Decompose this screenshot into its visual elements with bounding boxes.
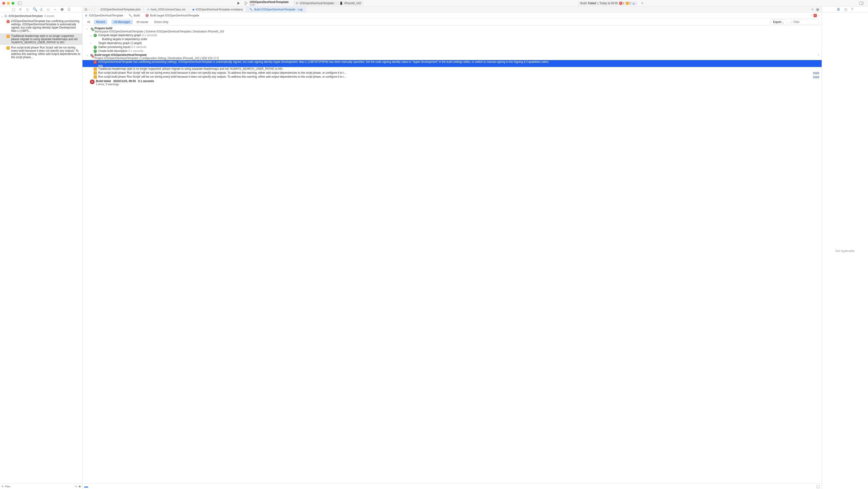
filter-all-issues[interactable]: All Issues: [134, 20, 151, 24]
tab-xm[interactable]: m hook_iOSCommonClass.xm: [144, 6, 189, 12]
close-window-button[interactable]: [2, 2, 5, 5]
create-desc-row[interactable]: Create build description0.1 seconds: [83, 49, 822, 53]
add-editor-button[interactable]: ＋: [641, 1, 644, 6]
issue-text: iOSOpenDevHookTemplate has conflicting p…: [11, 20, 81, 32]
log-filter-field[interactable]: ⌕: [789, 20, 819, 24]
library-button[interactable]: [859, 2, 863, 5]
help-inspector-icon[interactable]: ?: [851, 7, 853, 11]
chevron-down-icon[interactable]: ⌄: [86, 27, 89, 30]
activity-status[interactable]: Build Failed | Today at 09:55 ✕1 !2 ☁︎: [578, 1, 637, 5]
issue-item-warning-selected[interactable]: ! Traditional headermap style is no long…: [0, 33, 82, 45]
more-link[interactable]: more: [813, 71, 819, 74]
branch-icon: [244, 1, 247, 5]
crumb-build[interactable]: Build: [133, 14, 140, 17]
debug-navigator-icon[interactable]: ⌁: [54, 7, 57, 11]
issue-text: Run script build phase 'Run Script' will…: [11, 46, 81, 59]
debug-area-toggle-icon[interactable]: ▢: [816, 484, 820, 489]
log-error-selected[interactable]: ✕ iOSOpenDevHookTemplate has conflicting…: [83, 60, 822, 67]
prev-issue-button[interactable]: ‹: [811, 14, 813, 17]
issue-navigator-icon[interactable]: ⚠︎: [40, 7, 43, 11]
log-error-text: iOSOpenDevHookTemplate has conflicting p…: [98, 60, 549, 63]
target-icon: 🎯: [145, 14, 149, 17]
error-badge[interactable]: ✕1: [619, 2, 624, 5]
scope-filter-icon[interactable]: ▣: [79, 485, 81, 488]
issue-tree[interactable]: ⌄ 🏛 iOSOpenDevHookTemplate 3 issues ✕ iO…: [0, 12, 82, 483]
build-target-header[interactable]: ⌄ Build target iOSOpenDevHookTemplate Pr…: [83, 53, 822, 60]
issue-stepper-error-icon[interactable]: ✕: [813, 14, 817, 17]
filter-recent[interactable]: Recent: [94, 20, 107, 24]
run-button[interactable]: [237, 2, 240, 5]
find-navigator-icon[interactable]: 🔍: [33, 7, 36, 11]
file-inspector-icon[interactable]: 🗎: [837, 7, 840, 11]
scheme-selector[interactable]: iOSOpenDevHookTemplate main: [243, 0, 289, 6]
chevron-down-icon[interactable]: ⌄: [90, 34, 92, 37]
export-button[interactable]: Export…: [770, 20, 786, 25]
issue-item-warning[interactable]: ! Run script build phase 'Run Script' wi…: [0, 45, 82, 60]
history-inspector-icon[interactable]: ◷: [844, 7, 847, 11]
bookmark-navigator-icon[interactable]: ◇: [26, 7, 29, 11]
warning-icon: !: [94, 67, 97, 71]
tab-build-log[interactable]: 🔨 Build iOSOpenDevHookTemplate - Log: [246, 6, 306, 12]
editor-options-icon[interactable]: ▣: [816, 7, 819, 11]
filter-all-messages[interactable]: All Messages: [112, 20, 132, 24]
project-issues-header[interactable]: ⌄ 🏛 iOSOpenDevHookTemplate 3 issues: [0, 13, 82, 19]
target-graph-row[interactable]: › Target dependency graph (1 target): [83, 41, 822, 45]
breakpoint-navigator-icon[interactable]: ⬣: [60, 7, 64, 11]
titlebar: iOSOpenDevHookTemplate main ⛭ iOSOpenDev…: [0, 0, 868, 6]
chevron-down-icon[interactable]: ⌄: [1, 14, 3, 18]
run-destination[interactable]: ⛭ iOSOpenDevHookTemplate 〉 📱 iPhone8_143: [293, 1, 363, 6]
minimize-window-button[interactable]: [7, 2, 10, 5]
log-warning-2[interactable]: ! Run script build phase 'Run Script' wi…: [83, 71, 822, 75]
log-text: Target dependency graph (1 target): [98, 41, 819, 45]
less-link[interactable]: less: [98, 64, 819, 67]
more-link[interactable]: more: [813, 75, 819, 78]
target-err-icon: [90, 54, 93, 57]
jump-bar[interactable]: 🏛 iOSOpenDevHookTemplate 〉 🔨 Build 〉 🎯 B…: [83, 12, 822, 19]
project-name: iOSOpenDevHookTemplate: [8, 14, 43, 18]
sidebar-toggle-icon[interactable]: [18, 2, 22, 5]
chevron-right-icon[interactable]: ›: [90, 41, 92, 45]
gather-row[interactable]: Gather provisioning inputs0.1 seconds: [83, 45, 822, 49]
building-targets-row[interactable]: Building targets in dependency order: [83, 37, 822, 41]
warning-icon: !: [94, 71, 97, 74]
recent-filter-icon[interactable]: ◷: [75, 485, 77, 488]
related-items-icon[interactable]: ⊞: [84, 7, 87, 11]
warning-badge[interactable]: !2: [626, 2, 631, 5]
debug-filter-icon[interactable]: ▬: [84, 484, 88, 489]
status-separator: |: [597, 2, 598, 5]
zoom-window-button[interactable]: [11, 2, 14, 5]
editor-mode-list-icon[interactable]: ≡: [811, 7, 813, 11]
test-navigator-icon[interactable]: ◇: [46, 7, 50, 11]
forward-button[interactable]: ›: [91, 8, 93, 11]
cloud-status-icon[interactable]: ☁︎: [632, 2, 635, 5]
project-navigator-icon[interactable]: ▢: [12, 7, 15, 11]
report-navigator-icon[interactable]: ☰: [67, 7, 71, 11]
project-icon: 🏛: [85, 14, 88, 17]
prepare-build-header[interactable]: ⌄ Prepare build Workspace iOSOpenDevHook…: [83, 26, 822, 33]
tab-xcodeproj[interactable]: ◆ iOSOpenDevHookTemplate.xcodeproj: [189, 6, 246, 12]
crumb-target[interactable]: Build target iOSOpenDevHookTemplate: [150, 14, 199, 17]
svg-point-2: [245, 1, 246, 2]
log-warning-1[interactable]: ! Traditional headermap style is no long…: [83, 67, 822, 71]
log-filter-input[interactable]: [794, 21, 818, 24]
crumb-project[interactable]: iOSOpenDevHookTemplate: [89, 14, 123, 17]
source-control-navigator-icon[interactable]: ✕: [19, 7, 22, 11]
compute-dep-row[interactable]: ⌄ Compute target dependency graph0.1 sec…: [83, 33, 822, 37]
chevron-down-icon[interactable]: ⌄: [86, 53, 89, 57]
hammer-icon: 🔨: [129, 14, 132, 17]
build-failed-summary[interactable]: ✕ Build failed 2024/11/23, 09:55 0.1 sec…: [83, 79, 822, 86]
filter-scope-icon[interactable]: ⊜: [1, 485, 3, 488]
success-icon: [94, 50, 97, 53]
gear-ok-icon: [90, 27, 93, 30]
next-issue-button[interactable]: ›: [818, 14, 819, 17]
filter-errors-only[interactable]: Errors Only: [152, 20, 171, 24]
log-warning-3[interactable]: ! Run script build phase 'Run Script' wi…: [83, 75, 822, 79]
filter-all[interactable]: All: [85, 20, 92, 24]
row-menu-icon[interactable]: ≡: [818, 53, 819, 57]
issue-item-error[interactable]: ✕ iOSOpenDevHookTemplate has conflicting…: [0, 19, 82, 33]
build-log[interactable]: ⌄ Prepare build Workspace iOSOpenDevHook…: [83, 26, 822, 483]
tab-plist[interactable]: ▫︎ iOSOpenDevHookTemplate.plist: [95, 6, 144, 12]
build-failed-counts: 1 error, 3 warnings: [96, 83, 119, 86]
back-button[interactable]: ‹: [88, 8, 90, 11]
navigator-filter-input[interactable]: [5, 485, 73, 488]
